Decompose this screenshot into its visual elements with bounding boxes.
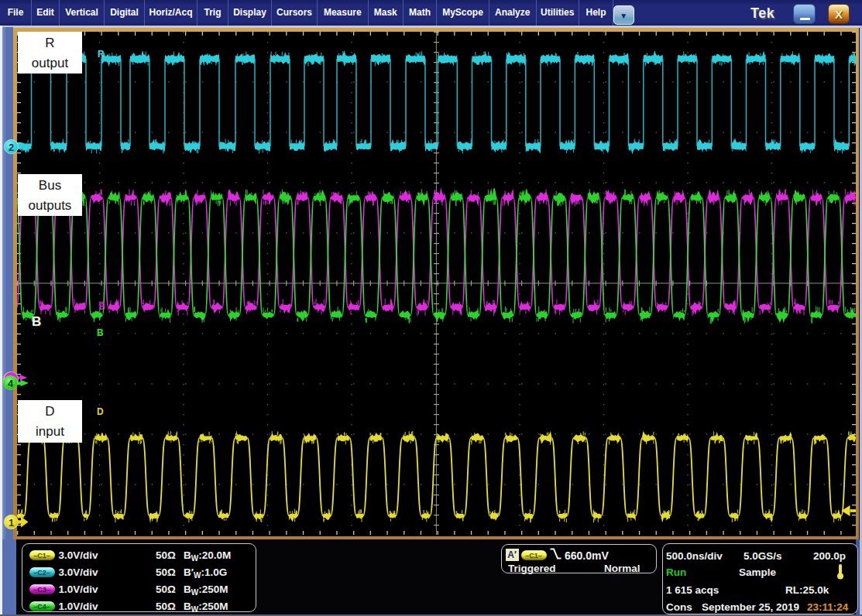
svg-text:B: B xyxy=(97,327,104,338)
svg-text:D: D xyxy=(97,406,104,417)
svg-text:B: B xyxy=(99,302,105,311)
svg-text:R: R xyxy=(98,49,105,60)
